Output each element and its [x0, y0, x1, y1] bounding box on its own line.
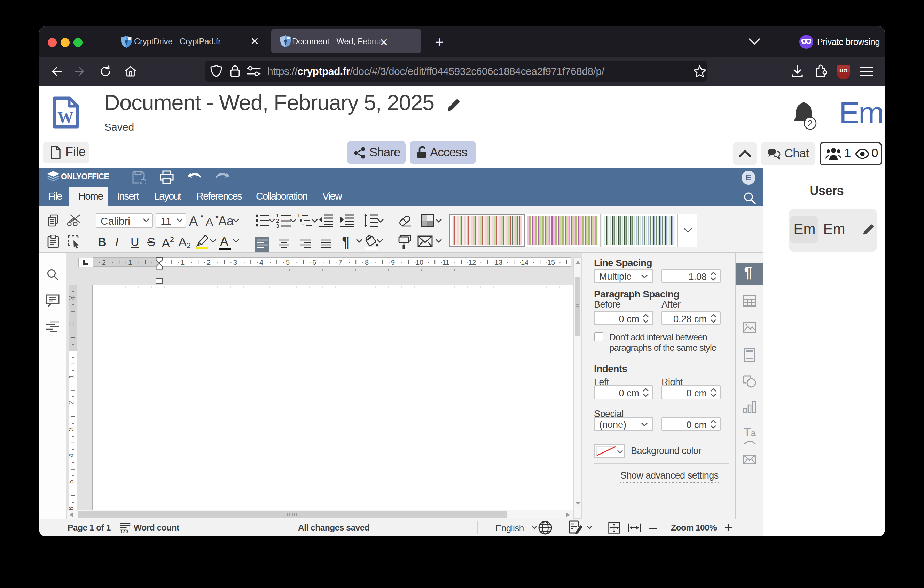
- svg-text:W: W: [58, 109, 73, 126]
- svg-text:1: 1: [297, 213, 300, 218]
- svg-text:A: A: [189, 214, 198, 228]
- svg-text:3: 3: [276, 223, 279, 228]
- svg-text:2: 2: [808, 118, 813, 129]
- svg-text:123: 123: [120, 529, 129, 533]
- svg-text:A: A: [206, 216, 213, 228]
